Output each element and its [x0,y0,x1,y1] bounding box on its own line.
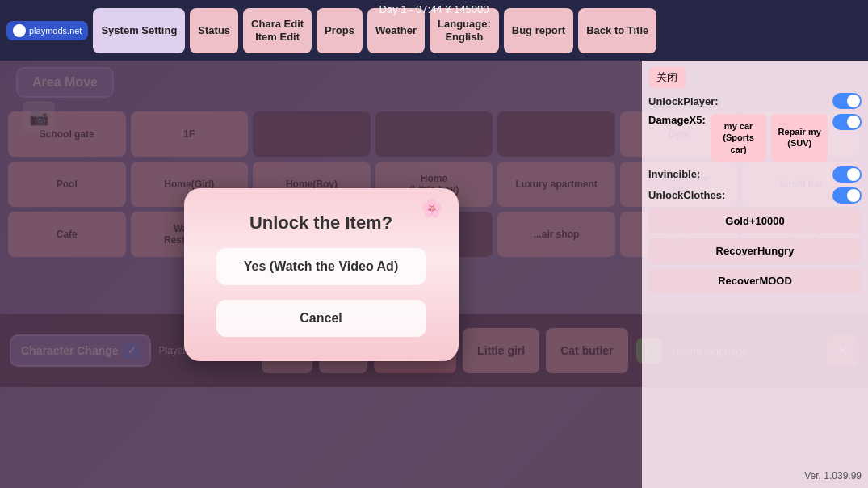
bug-report-button[interactable]: Bug report [504,8,573,53]
unlock-clothes-row: UnlockClothes: [648,187,862,204]
props-button[interactable]: Props [317,8,363,53]
system-setting-button[interactable]: System Setting [93,8,185,53]
logo-circle-icon [13,24,26,37]
invincible-label: Invincible: [648,168,700,180]
chara-edit-button[interactable]: Chara Edit Item Edit [243,8,312,53]
sakura-icon: 🌸 [421,198,442,219]
recover-hungry-button[interactable]: RecoverHungry [648,238,862,263]
dialog-title: Unlock the Item? [249,212,392,233]
version-text: Ver. 1.039.99 [648,470,862,482]
unlock-player-toggle[interactable] [832,93,862,109]
invincible-row: Invincible: [648,166,862,183]
dialog-cancel-button[interactable]: Cancel [216,300,426,337]
gold-add-button[interactable]: Gold+10000 [648,208,862,233]
damage-repair-row: DamageX5: my car(Sports car) Repair my(S… [648,114,862,162]
logo-badge: playmods.net [6,21,88,40]
unlock-player-label: UnlockPlayer: [648,95,719,107]
back-to-title-button[interactable]: Back to Title [578,8,656,53]
dialog-yes-button[interactable]: Yes (Watch the Video Ad) [216,248,426,285]
recover-mood-button[interactable]: RecoverMOOD [648,268,862,293]
dialog-overlay: 🌸 Unlock the Item? Yes (Watch the Video … [0,61,642,488]
repair-compact-btn[interactable]: my car(Sports car) [711,114,767,162]
logo-text: playmods.net [29,26,82,36]
unlock-clothes-label: UnlockClothes: [648,189,725,201]
unlock-player-row: UnlockPlayer: [648,93,862,109]
right-panel: 关闭 UnlockPlayer: DamageX5: my car(Sports… [642,61,868,488]
status-button[interactable]: Status [190,8,238,53]
invincible-toggle[interactable] [832,166,862,183]
unlock-clothes-toggle[interactable] [832,187,862,204]
repair-suv-btn[interactable]: Repair my(SUV) [771,114,828,162]
day-info: Day 1 - 07:44 ¥ 145000 [379,3,489,15]
close-panel-button[interactable]: 关闭 [648,67,686,88]
unlock-dialog: 🌸 Unlock the Item? Yes (Watch the Video … [184,188,459,361]
damage-x5-label: DamageX5: [648,114,706,162]
top-bar: Day 1 - 07:44 ¥ 145000 playmods.net Syst… [0,0,868,61]
damage-x5-toggle[interactable] [832,114,862,130]
